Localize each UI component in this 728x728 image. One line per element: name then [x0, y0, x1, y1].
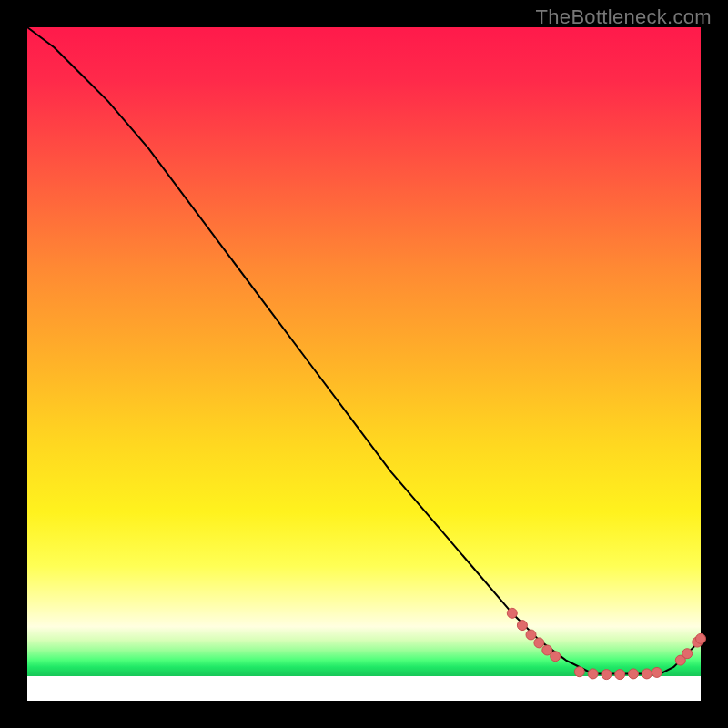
data-point-rise-cluster: [682, 649, 693, 659]
watermark-text: TheBottleneck.com: [536, 5, 712, 29]
data-point-descent-cluster: [551, 652, 561, 662]
data-point-trough-cluster: [574, 667, 584, 677]
chart-container: TheBottleneck.com: [0, 0, 728, 728]
data-point-descent-cluster: [507, 608, 517, 618]
data-point-descent-cluster: [534, 638, 544, 648]
data-point-trough-cluster: [602, 670, 612, 680]
curve-layer: [27, 27, 701, 701]
data-point-trough-cluster: [642, 669, 652, 679]
bottleneck-curve: [27, 27, 701, 673]
data-point-trough-cluster: [588, 669, 598, 679]
data-point-descent-cluster: [517, 621, 527, 631]
data-point-rise-cluster: [696, 633, 706, 643]
plot-area: [27, 27, 701, 701]
data-point-trough-cluster: [615, 670, 625, 680]
data-point-descent-cluster: [526, 630, 536, 640]
data-point-trough-cluster: [629, 669, 639, 679]
data-point-trough-cluster: [652, 667, 662, 677]
